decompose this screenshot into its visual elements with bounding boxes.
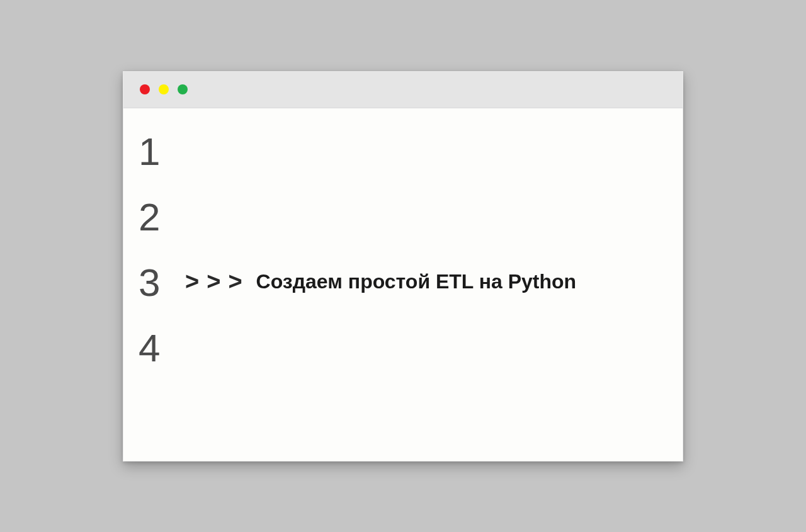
editor-content[interactable]: > > > Создаем простой ETL на Python — [171, 132, 683, 448]
minimize-icon[interactable] — [159, 84, 169, 94]
titlebar — [123, 72, 683, 108]
maximize-icon[interactable] — [178, 84, 188, 94]
chevron-right-icon: > — [207, 268, 223, 295]
line-number: 4 — [139, 329, 171, 368]
line-number: 3 — [139, 263, 171, 302]
code-text: Создаем простой ETL на Python — [256, 270, 577, 293]
prompt-line: > > > Создаем простой ETL на Python — [185, 268, 576, 295]
close-icon[interactable] — [140, 84, 150, 94]
chevron-right-icon: > — [228, 268, 244, 295]
line-number: 2 — [139, 198, 171, 237]
line-number-gutter: 1 2 3 4 — [139, 132, 171, 448]
chevron-right-icon: > — [185, 268, 202, 295]
editor-window: 1 2 3 4 > > > Создаем простой ETL на Pyt… — [123, 71, 683, 461]
line-number: 1 — [139, 132, 171, 171]
editor-area: 1 2 3 4 > > > Создаем простой ETL на Pyt… — [123, 108, 683, 461]
python-prompt-chevrons: > > > — [185, 268, 245, 295]
